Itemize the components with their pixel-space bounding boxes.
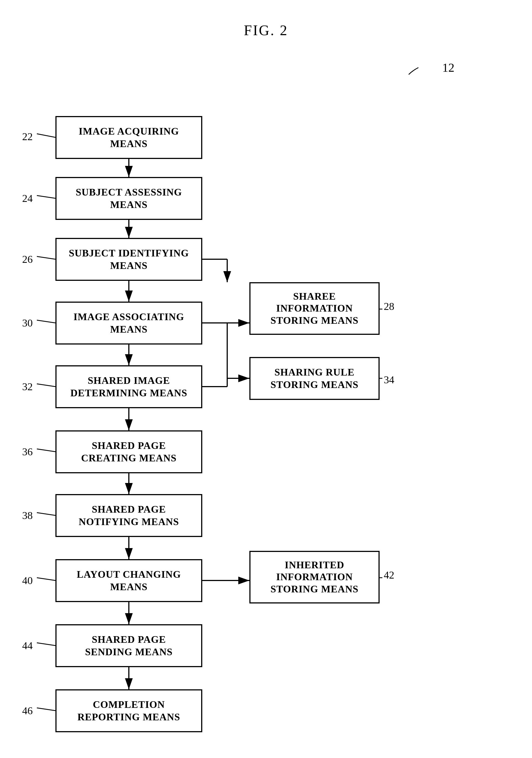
ref-28-label: 28	[384, 300, 394, 312]
shared-image-determining-box: SHARED IMAGEDETERMINING MEANS	[55, 365, 202, 408]
svg-line-11	[37, 195, 55, 198]
ref-34-label: 34	[384, 374, 394, 386]
image-acquiring-box: IMAGE ACQUIRINGMEANS	[55, 116, 202, 159]
inherited-information-box: INHERITEDINFORMATIONSTORING MEANS	[249, 551, 380, 603]
svg-line-16	[37, 513, 55, 515]
subject-assessing-box: SUBJECT ASSESSINGMEANS	[55, 177, 202, 220]
ref-32-label: 32	[22, 381, 33, 393]
ref-44-label: 44	[22, 639, 33, 652]
svg-line-18	[37, 643, 55, 645]
svg-line-10	[37, 134, 55, 137]
svg-line-19	[37, 708, 55, 711]
diagram-container: 12 22 IMAGE ACQUIRINGMEANS 24 SUBJECT AS…	[0, 55, 532, 747]
image-associating-box: IMAGE ASSOCIATINGMEANS	[55, 302, 202, 345]
shared-page-creating-box: SHARED PAGECREATING MEANS	[55, 431, 202, 473]
svg-line-15	[37, 449, 55, 452]
svg-line-14	[37, 384, 55, 387]
svg-line-12	[37, 257, 55, 259]
ref-26-label: 26	[22, 253, 33, 265]
ref-46-label: 46	[22, 705, 33, 717]
shared-page-notifying-box: SHARED PAGENOTIFYING MEANS	[55, 494, 202, 537]
ref-12: 12	[442, 61, 454, 75]
sharee-information-box: SHAREEINFORMATIONSTORING MEANS	[249, 282, 380, 335]
ref-40-label: 40	[22, 574, 33, 587]
layout-changing-box: LAYOUT CHANGINGMEANS	[55, 559, 202, 602]
ref-22-label: 22	[22, 130, 33, 143]
shared-page-sending-box: SHARED PAGESENDING MEANS	[55, 624, 202, 667]
completion-reporting-box: COMPLETIONREPORTING MEANS	[55, 689, 202, 732]
ref-36-label: 36	[22, 446, 33, 458]
sharing-rule-box: SHARING RULESTORING MEANS	[249, 357, 380, 400]
svg-line-17	[37, 578, 55, 580]
subject-identifying-box: SUBJECT IDENTIFYINGMEANS	[55, 238, 202, 281]
ref-38-label: 38	[22, 509, 33, 522]
ref-30-label: 30	[22, 317, 33, 329]
ref-42-label: 42	[384, 569, 394, 581]
page-title: FIG. 2	[0, 0, 532, 55]
ref-24-label: 24	[22, 192, 33, 204]
svg-line-13	[37, 320, 55, 323]
